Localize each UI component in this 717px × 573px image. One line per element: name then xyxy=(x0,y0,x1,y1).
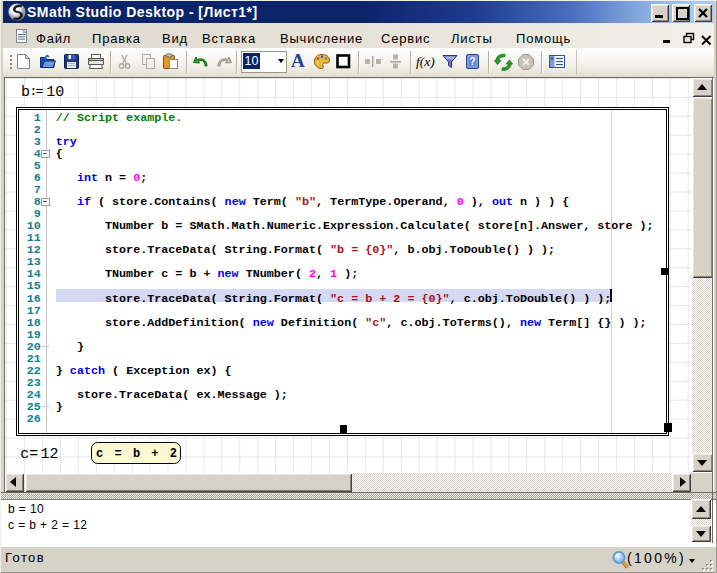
svg-text:?: ? xyxy=(469,55,475,67)
